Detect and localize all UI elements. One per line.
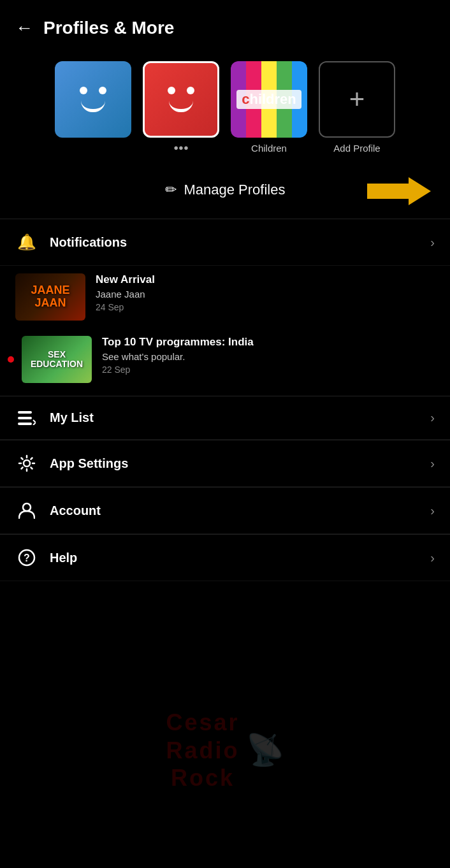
profiles-row: ●●● children Children <box>0 51 450 166</box>
app-settings-chevron: › <box>430 456 435 471</box>
list-icon <box>15 411 38 425</box>
back-button[interactable]: ← <box>15 19 33 37</box>
bell-icon: 🔔 <box>15 233 38 251</box>
svg-marker-0 <box>367 177 431 205</box>
unread-dot <box>8 356 14 363</box>
header: ← Profiles & More <box>0 0 450 51</box>
notifications-menu-item[interactable]: 🔔 Notifications › <box>0 219 450 266</box>
help-chevron: › <box>430 551 435 565</box>
svg-rect-2 <box>18 417 32 419</box>
profile-item-1[interactable] <box>55 61 131 143</box>
profile-item-children[interactable]: children Children <box>231 61 307 154</box>
profile-avatar-2 <box>143 61 219 138</box>
profile-name-children: Children <box>251 143 287 154</box>
account-chevron: › <box>430 503 435 518</box>
svg-rect-1 <box>18 411 32 414</box>
eye-left-2 <box>168 87 175 94</box>
notifications-label: Notifications <box>50 235 430 250</box>
notif-date-1: 24 Sep <box>96 302 435 312</box>
arrow-annotation <box>367 177 431 208</box>
eye-right-2 <box>187 87 194 94</box>
mouth-2 <box>169 101 193 112</box>
notifications-chevron: › <box>430 235 435 250</box>
svg-point-4 <box>24 460 30 467</box>
notif-date-2: 22 Sep <box>102 365 435 375</box>
profile-item-2[interactable]: ●●● <box>143 61 219 152</box>
profile-avatar-children: children <box>231 61 307 138</box>
jaane-jaan-thumbnail: JAANEJAAN <box>15 273 85 321</box>
notif-item-jaane-jaan[interactable]: JAANEJAAN New Arrival Jaane Jaan 24 Sep <box>0 266 450 328</box>
svg-text:?: ? <box>24 553 30 563</box>
sex-education-thumbnail: SEXEDUCATION <box>22 336 92 383</box>
notif-item-sex-education[interactable]: SEXEDUCATION Top 10 TV programmes: India… <box>0 328 450 391</box>
my-list-menu-item[interactable]: My List › <box>0 396 450 440</box>
manage-profiles-label: Manage Profiles <box>184 182 286 198</box>
svg-point-5 <box>23 503 31 511</box>
manage-profiles-row[interactable]: ✏ Manage Profiles <box>0 166 450 219</box>
question-icon: ? <box>15 549 38 567</box>
sex-ed-thumb-text: SEXEDUCATION <box>31 350 83 370</box>
svg-rect-3 <box>18 423 32 425</box>
notif-title-2: Top 10 TV programmes: India <box>102 336 435 349</box>
my-list-label: My List <box>50 410 430 425</box>
page-title: Profiles & More <box>43 18 174 38</box>
add-icon: + <box>349 86 365 113</box>
notif-content-2: Top 10 TV programmes: India See what's p… <box>102 336 435 375</box>
mouth <box>81 101 105 112</box>
profile-item-add[interactable]: + Add Profile <box>319 61 395 154</box>
eye-left <box>80 87 87 94</box>
person-icon <box>15 502 38 519</box>
profile-name-2: ●●● <box>173 143 189 152</box>
app-settings-menu-item[interactable]: App Settings › <box>0 440 450 487</box>
profile-name-add: Add Profile <box>333 143 380 154</box>
notif-subtitle-2: See what's popular. <box>102 351 435 362</box>
notif-title-1: New Arrival <box>96 273 435 286</box>
menu-section: 🔔 Notifications › JAANEJAAN New Arrival … <box>0 219 450 581</box>
profile-avatar-add: + <box>319 61 395 138</box>
pencil-icon: ✏ <box>165 182 177 198</box>
app-settings-label: App Settings <box>50 456 430 471</box>
help-label: Help <box>50 551 430 565</box>
my-list-chevron: › <box>430 410 435 425</box>
account-menu-item[interactable]: Account › <box>0 488 450 534</box>
children-logo: children <box>242 91 296 107</box>
jaane-jaan-thumb-text: JAANEJAAN <box>31 284 69 310</box>
account-label: Account <box>50 503 430 518</box>
profile-avatar-1 <box>55 61 131 138</box>
notification-items: JAANEJAAN New Arrival Jaane Jaan 24 Sep … <box>0 266 450 396</box>
watermark: Cesar Radio Rock 📡 <box>166 709 284 792</box>
notif-subtitle-1: Jaane Jaan <box>96 289 435 300</box>
help-menu-item[interactable]: ? Help › <box>0 535 450 581</box>
notif-content-1: New Arrival Jaane Jaan 24 Sep <box>96 273 435 312</box>
gear-icon <box>15 454 38 472</box>
eye-right <box>99 87 106 94</box>
